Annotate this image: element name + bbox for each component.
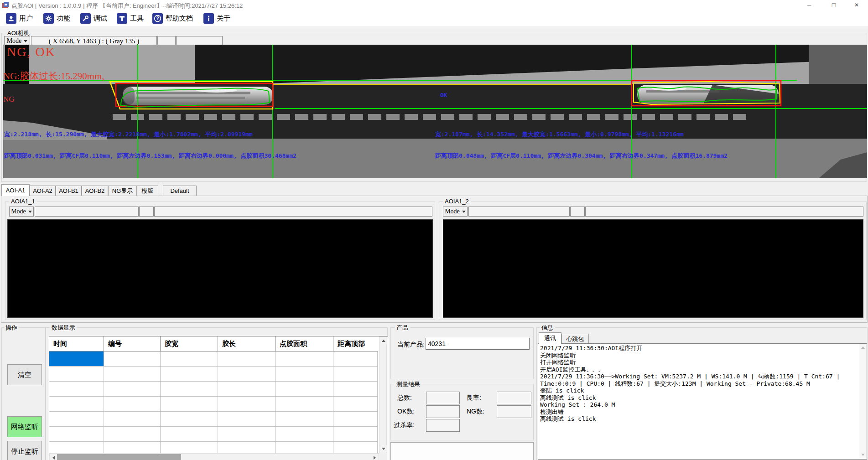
toolbar-about-button[interactable]: 关于 xyxy=(202,12,232,25)
chevron-down-icon xyxy=(462,211,466,213)
table-row[interactable] xyxy=(49,351,379,367)
scroll-up-icon[interactable] xyxy=(860,344,866,351)
left-stats-line2: 距离顶部0.031mm, 距离CF层0.110mm, 距离左边界0.153mm,… xyxy=(4,152,296,160)
table-row[interactable] xyxy=(49,442,379,453)
tab-aoi-a2[interactable]: AOI-A2 xyxy=(30,186,56,196)
scroll-right-icon[interactable] xyxy=(371,454,378,460)
ok-count-label: OK数: xyxy=(397,408,415,416)
table-row[interactable] xyxy=(49,397,379,412)
tab-aoi-b1[interactable]: AOI-B1 xyxy=(56,186,82,196)
toolbar-user-button[interactable]: 用户 xyxy=(5,12,34,25)
table-row[interactable] xyxy=(49,427,379,442)
panel1-mode-dropdown[interactable]: Mode xyxy=(9,207,34,217)
operations-group: 操作 清空 网络监听 停止监听 xyxy=(1,327,46,460)
scroll-left-icon[interactable] xyxy=(50,454,57,460)
app-icon xyxy=(2,1,9,9)
product-group-label: 产品 xyxy=(395,324,410,332)
product-note-panel xyxy=(390,442,534,460)
column-header-time[interactable]: 时间 xyxy=(49,336,104,351)
column-header-id[interactable]: 编号 xyxy=(104,336,161,351)
close-button[interactable]: ✕ xyxy=(846,0,867,10)
panel2-mode-dropdown[interactable]: Mode xyxy=(443,207,468,217)
maximize-button[interactable]: □ xyxy=(823,0,844,10)
tab-aoi-b2[interactable]: AOI-B2 xyxy=(82,186,108,196)
log-line: 打开网络监听 xyxy=(540,359,858,366)
overkill-rate-field[interactable] xyxy=(426,419,460,432)
toolbar-function-label: 功能 xyxy=(57,14,70,23)
log-line: 检测出错 xyxy=(540,408,858,416)
panel1-image-area[interactable] xyxy=(7,219,433,318)
measure-result-group-label: 测量结果 xyxy=(395,380,422,388)
stop-listen-button[interactable]: 停止监听 xyxy=(7,441,42,460)
panel2-mode-label: Mode xyxy=(445,208,460,215)
hammer-icon xyxy=(117,13,127,24)
column-header-glue-area[interactable]: 点胶面积 xyxy=(275,336,333,351)
table-row[interactable] xyxy=(49,382,379,397)
data-display-group: 数据显示 时间 编号 胶宽 胶长 点胶面积 距离顶部 xyxy=(46,327,388,460)
table-row[interactable] xyxy=(49,412,379,427)
toolbar-user-label: 用户 xyxy=(19,14,33,23)
toolbar-debug-button[interactable]: 调试 xyxy=(79,12,109,25)
ng-flag-text: NG xyxy=(3,95,15,104)
toolbar-function-button[interactable]: 功能 xyxy=(42,12,72,25)
window-title: 点胶AOI [ Version : 1.0.0.9 ] 程序 【当前用户: En… xyxy=(11,2,243,10)
scroll-down-icon[interactable] xyxy=(380,445,387,452)
network-listen-button[interactable]: 网络监听 xyxy=(7,416,42,437)
current-product-input[interactable] xyxy=(426,338,530,350)
ok-flag-text: OK xyxy=(440,92,447,98)
scrollbar-thumb[interactable] xyxy=(57,454,181,460)
panel-aoia1-2-label: AOIA1_2 xyxy=(443,198,471,205)
tab-template[interactable]: 模版 xyxy=(137,186,158,196)
ng-count-field[interactable] xyxy=(497,405,531,418)
total-count-label: 总数: xyxy=(397,394,412,402)
scroll-up-icon[interactable] xyxy=(380,337,387,344)
info-icon xyxy=(203,13,214,24)
camera-viewport[interactable]: NG, OK NG:胶体过长:15.290mm, NG OK 宽:2.218mm… xyxy=(3,45,867,178)
svg-text:?: ? xyxy=(156,16,159,21)
column-header-glue-width[interactable]: 胶宽 xyxy=(161,336,218,351)
tab-ng-display[interactable]: NG显示 xyxy=(108,186,137,196)
communication-log[interactable]: 2021/7/29 11:36:30:AOI程序打开 关闭网络监听 打开网络监听… xyxy=(538,343,867,460)
panel1-box-1[interactable] xyxy=(35,207,139,217)
minimize-button[interactable]: ─ xyxy=(799,0,820,10)
log-line: 2021/7/29 11:36:30:AOI程序打开 xyxy=(540,345,858,352)
yield-rate-label: 良率: xyxy=(467,394,481,402)
column-header-distance-top[interactable]: 距离顶部 xyxy=(333,336,378,351)
product-group: 产品 当前产品: xyxy=(390,327,534,379)
tab-default[interactable]: Default xyxy=(163,186,197,196)
yield-rate-field[interactable] xyxy=(497,392,531,404)
tab-aoi-a1[interactable]: AOI-A1 xyxy=(1,184,30,196)
camera-group: AOI相机 Mode ( X 6568, Y 1463 ) : ( Gray 1… xyxy=(1,33,867,182)
log-line: Working Set : 264.0 M xyxy=(540,401,858,408)
panel2-image-area[interactable] xyxy=(443,219,863,318)
panel-aoia1-1: AOIA1_1 Mode xyxy=(5,202,435,320)
panel2-box-1[interactable] xyxy=(468,207,570,217)
selected-cell[interactable] xyxy=(49,351,104,367)
panel1-mode-label: Mode xyxy=(11,208,26,215)
panel1-box-3[interactable] xyxy=(154,207,432,217)
scroll-down-icon[interactable] xyxy=(860,451,866,458)
right-stats-line2: 距离顶部0.048mm, 距离CF层0.110mm, 距离左边界0.304mm,… xyxy=(435,152,728,160)
toolbar-tools-button[interactable]: 工具 xyxy=(115,12,145,25)
total-count-field[interactable] xyxy=(426,392,460,404)
overkill-rate-label: 过杀率: xyxy=(394,421,415,429)
table-row[interactable] xyxy=(49,367,379,382)
left-stats-line1: 宽:2.218mm, 长:15.290mm, 最大胶宽:2.2218mm, 最小… xyxy=(4,130,253,139)
tab-communication[interactable]: 通讯 xyxy=(539,332,561,344)
log-text: 2021/7/29 11:36:30:AOI程序打开 关闭网络监听 打开网络监听… xyxy=(540,345,858,423)
panel2-box-2[interactable] xyxy=(570,207,585,217)
table-header-row: 时间 编号 胶宽 胶长 点胶面积 距离顶部 xyxy=(49,336,379,351)
tab-heartbeat[interactable]: 心跳包 xyxy=(561,334,589,344)
toolbar-help-button[interactable]: ? 帮助文档 xyxy=(151,12,194,25)
ok-count-field[interactable] xyxy=(426,405,460,418)
clear-button[interactable]: 清空 xyxy=(7,364,42,385)
toolbar-about-label: 关于 xyxy=(217,14,230,23)
user-icon xyxy=(6,13,16,24)
panel1-box-2[interactable] xyxy=(139,207,154,217)
toolbar-tools-label: 工具 xyxy=(130,14,144,23)
log-vertical-scrollbar[interactable] xyxy=(859,344,867,458)
table-vertical-scrollbar[interactable] xyxy=(379,336,387,453)
table-horizontal-scrollbar[interactable] xyxy=(49,453,379,460)
column-header-glue-length[interactable]: 胶长 xyxy=(218,336,275,351)
panel2-box-3[interactable] xyxy=(585,207,863,217)
